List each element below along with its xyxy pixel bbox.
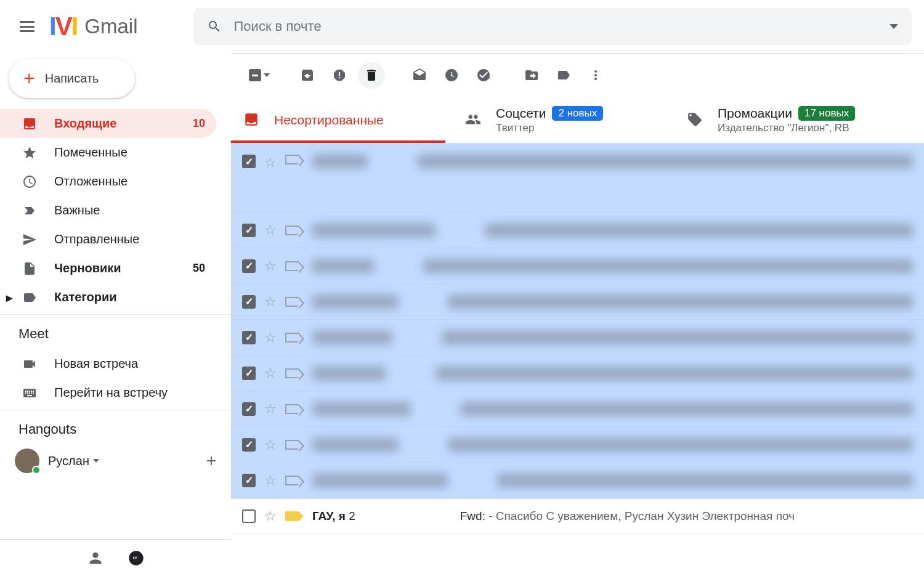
nav-sent[interactable]: Отправленные bbox=[0, 225, 216, 254]
nav-label: Новая встреча bbox=[54, 357, 138, 371]
star-icon[interactable]: ☆ bbox=[264, 155, 277, 171]
email-row[interactable]: ☆ bbox=[231, 463, 924, 498]
meet-new-meeting[interactable]: Новая встреча bbox=[0, 349, 216, 378]
send-icon bbox=[22, 232, 37, 247]
move-to-button[interactable] bbox=[518, 62, 545, 89]
compose-label: Написать bbox=[45, 71, 99, 86]
nav-snoozed[interactable]: Отложенные bbox=[0, 167, 216, 196]
tab-label: Промоакции bbox=[718, 106, 792, 121]
blurred-subject bbox=[436, 367, 913, 380]
row-checkbox[interactable] bbox=[242, 367, 256, 380]
header: IVI Gmail bbox=[0, 0, 924, 53]
important-marker[interactable] bbox=[285, 261, 299, 271]
select-all-button[interactable] bbox=[246, 62, 273, 89]
row-checkbox[interactable] bbox=[242, 331, 256, 344]
star-icon[interactable]: ☆ bbox=[264, 258, 277, 274]
tab-subtitle: Издательство "Легион", RB bbox=[718, 122, 855, 134]
blurred-sender bbox=[312, 474, 448, 487]
important-marker[interactable] bbox=[285, 404, 299, 414]
more-button[interactable] bbox=[582, 62, 609, 89]
important-marker[interactable] bbox=[285, 297, 299, 307]
important-marker[interactable] bbox=[285, 225, 299, 235]
row-checkbox[interactable] bbox=[242, 295, 256, 309]
inbox-count: 10 bbox=[193, 117, 205, 130]
star-icon[interactable]: ☆ bbox=[264, 365, 277, 381]
important-marker[interactable] bbox=[285, 333, 299, 343]
important-marker[interactable] bbox=[285, 440, 299, 450]
compose-button[interactable]: + Написать bbox=[9, 59, 135, 98]
row-checkbox[interactable] bbox=[242, 224, 256, 237]
contacts-icon[interactable] bbox=[87, 550, 104, 567]
nav-label: Категории bbox=[54, 290, 117, 304]
email-row[interactable]: ☆ bbox=[231, 144, 924, 213]
nav-label: Важные bbox=[54, 203, 100, 217]
add-to-tasks-button[interactable]: + bbox=[470, 62, 497, 89]
chevron-down-icon[interactable] bbox=[93, 459, 99, 463]
meet-section-title: Meet bbox=[0, 315, 231, 349]
star-icon[interactable]: ☆ bbox=[264, 222, 277, 238]
new-conversation-button[interactable]: + bbox=[206, 451, 216, 471]
email-row[interactable]: ☆ bbox=[231, 248, 924, 284]
blurred-subject bbox=[448, 295, 913, 309]
star-icon[interactable]: ☆ bbox=[264, 294, 277, 310]
search-bar[interactable] bbox=[193, 8, 912, 45]
row-checkbox[interactable] bbox=[242, 509, 256, 523]
email-row[interactable]: ☆ bbox=[231, 284, 924, 320]
blurred-sender bbox=[312, 367, 386, 380]
delete-button[interactable] bbox=[358, 62, 385, 89]
row-checkbox[interactable] bbox=[242, 438, 256, 452]
important-marker[interactable] bbox=[285, 511, 299, 521]
important-marker[interactable] bbox=[285, 155, 299, 164]
archive-button[interactable] bbox=[294, 62, 321, 89]
blurred-sender bbox=[312, 295, 399, 309]
row-checkbox[interactable] bbox=[242, 155, 256, 168]
important-marker[interactable] bbox=[285, 368, 299, 378]
hangouts-icon[interactable] bbox=[128, 550, 145, 567]
sidebar: + Написать Входящие 10 Помеченные Отложе… bbox=[0, 53, 231, 576]
nav-inbox[interactable]: Входящие 10 bbox=[0, 109, 216, 138]
star-icon[interactable]: ☆ bbox=[264, 330, 277, 346]
nav-categories[interactable]: ▸ Категории bbox=[0, 283, 216, 312]
search-input[interactable] bbox=[234, 18, 890, 34]
row-checkbox[interactable] bbox=[242, 402, 256, 416]
blurred-subject bbox=[448, 438, 913, 452]
email-row[interactable]: ☆ bbox=[231, 355, 924, 391]
email-row[interactable]: ☆ bbox=[231, 320, 924, 355]
main-menu-button[interactable] bbox=[12, 12, 42, 41]
star-icon[interactable]: ☆ bbox=[264, 473, 277, 489]
email-row[interactable]: ☆ ГАУ, я 2 Fwd: - Спасибо С уважением, Р… bbox=[231, 498, 924, 534]
nav-label: Отправленные bbox=[54, 232, 139, 246]
plus-icon: + bbox=[23, 67, 35, 90]
nav-starred[interactable]: Помеченные bbox=[0, 138, 216, 167]
tab-promotions[interactable]: Промоакции 17 новых Издательство "Легион… bbox=[675, 97, 924, 143]
tab-label: Соцсети bbox=[496, 106, 546, 121]
tab-primary[interactable]: Несортированные bbox=[231, 97, 453, 143]
email-row[interactable]: ☆ bbox=[231, 213, 924, 248]
bottom-bar bbox=[0, 539, 231, 576]
nav-label: Черновики bbox=[54, 261, 121, 275]
star-icon[interactable]: ☆ bbox=[264, 437, 277, 453]
blurred-subject bbox=[417, 155, 913, 168]
blurred-subject bbox=[460, 402, 913, 416]
snooze-button[interactable] bbox=[438, 62, 465, 89]
row-checkbox[interactable] bbox=[242, 474, 256, 487]
row-checkbox[interactable] bbox=[242, 259, 256, 273]
spam-button[interactable] bbox=[326, 62, 353, 89]
search-options-dropdown[interactable] bbox=[890, 24, 898, 29]
important-icon bbox=[22, 203, 37, 218]
tab-social[interactable]: Соцсети 2 новых Твиттер bbox=[453, 97, 675, 143]
drafts-icon bbox=[22, 261, 37, 276]
labels-button[interactable] bbox=[550, 62, 577, 89]
email-row[interactable]: ☆ bbox=[231, 427, 924, 463]
mark-unread-button[interactable] bbox=[406, 62, 433, 89]
meet-join-meeting[interactable]: Перейти на встречу bbox=[0, 378, 216, 407]
hangouts-user-row[interactable]: Руслан + bbox=[0, 445, 231, 473]
star-icon[interactable]: ☆ bbox=[264, 401, 277, 417]
star-icon[interactable]: ☆ bbox=[264, 508, 277, 524]
nav-drafts[interactable]: Черновики 50 bbox=[0, 254, 216, 283]
important-marker[interactable] bbox=[285, 476, 299, 485]
nav-important[interactable]: Важные bbox=[0, 196, 216, 225]
email-row[interactable]: ☆ bbox=[231, 391, 924, 427]
gmail-logo[interactable]: IVI Gmail bbox=[49, 12, 138, 41]
search-icon bbox=[207, 19, 222, 34]
